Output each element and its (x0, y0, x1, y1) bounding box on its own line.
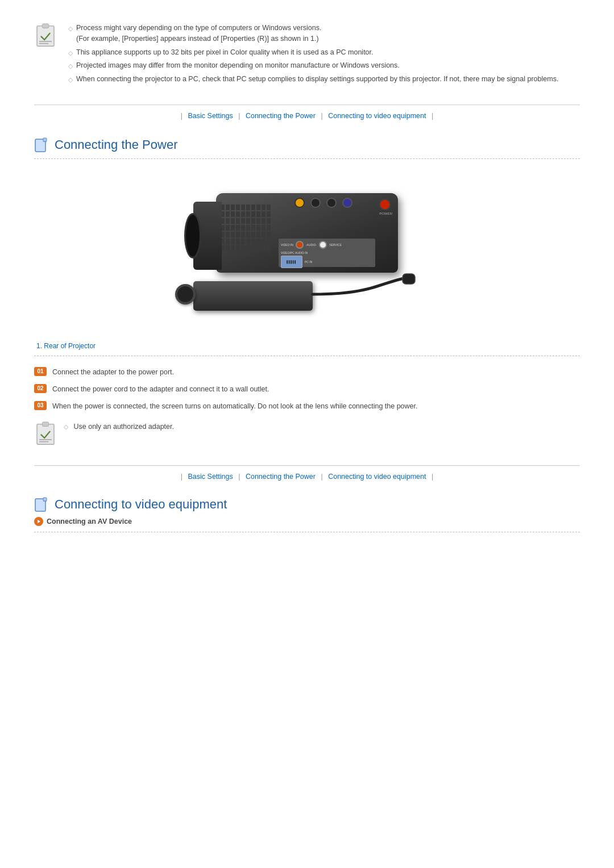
svg-marker-13 (38, 520, 40, 523)
step-text-1: Connect the adapter to the power port. (52, 366, 174, 378)
page-container: ◇ Process might vary depending on the ty… (0, 0, 614, 561)
note-item-3: ◇ When connecting the projector to a PC,… (68, 74, 580, 85)
step-item-3: 03 When the power is connected, the scre… (34, 400, 580, 412)
svg-rect-2 (39, 41, 52, 42)
nav-link-connecting-video-2[interactable]: Connecting to video equipment (328, 473, 426, 481)
adapter-plug (175, 284, 196, 304)
nav-link-connecting-power-2[interactable]: Connecting the Power (246, 473, 316, 481)
nav-link-basic-settings-1[interactable]: Basic Settings (188, 112, 233, 120)
section-video-icon (34, 496, 50, 512)
proj-body: for(let i=0;i<70;i++) document.write('<d… (216, 193, 398, 273)
step-item-2: 02 Connect the power cord to the adapter… (34, 383, 580, 395)
projector-image-area: for(let i=0;i<70;i++) document.write('<d… (34, 165, 580, 335)
svg-rect-5 (43, 138, 47, 141)
divider-3 (34, 532, 580, 532)
top-note-section: ◇ Process might vary depending on the ty… (34, 23, 580, 87)
projector-drawing: for(let i=0;i<70;i++) document.write('<d… (159, 182, 455, 318)
note-sm-icon (34, 421, 59, 448)
steps-section: 01 Connect the adapter to the power port… (34, 366, 580, 412)
svg-rect-9 (39, 439, 52, 440)
step-badge-3: 03 (34, 401, 47, 410)
nav-bar-1: | Basic Settings | Connecting the Power … (34, 105, 580, 127)
note-item-1: ◇ This appliance supports up to 32 bits … (68, 47, 580, 58)
section-video-header: Connecting to video equipment (34, 496, 580, 512)
av-device-circle-icon (34, 517, 43, 526)
nav-link-connecting-power-1[interactable]: Connecting the Power (246, 112, 316, 120)
step-badge-2: 02 (34, 384, 47, 393)
svg-rect-12 (43, 498, 47, 501)
proj-lens (184, 213, 201, 258)
section-power-title: Connecting the Power (55, 137, 177, 152)
nav-link-connecting-video-1[interactable]: Connecting to video equipment (328, 112, 426, 120)
note-text-block: ◇ Process might vary depending on the ty… (68, 23, 580, 87)
step-badge-1: 01 (34, 367, 47, 376)
note-sm-text: ◇ Use only an authorized adapter. (64, 421, 174, 432)
note-authorized-adapter: ◇ Use only an authorized adapter. (34, 421, 580, 448)
divider-2 (34, 356, 580, 356)
svg-rect-1 (42, 24, 48, 28)
av-device-label: Connecting an AV Device (47, 518, 132, 525)
section-power-header: Connecting the Power (34, 137, 580, 153)
nav-bar-2: | Basic Settings | Connecting the Power … (34, 465, 580, 487)
note-item-2: ◇ Projected images may differ from the m… (68, 60, 580, 71)
step-text-3: When the power is connected, the screen … (52, 400, 418, 412)
svg-rect-6 (403, 274, 415, 284)
section-video-title: Connecting to video equipment (55, 497, 227, 512)
callout-label: 1. Rear of Projector (34, 342, 580, 350)
nav-link-basic-settings-2[interactable]: Basic Settings (188, 473, 233, 481)
step-item-1: 01 Connect the adapter to the power port… (34, 366, 580, 378)
adapter-box (193, 281, 313, 311)
note-icon (34, 23, 63, 50)
svg-rect-8 (42, 422, 48, 427)
subsection-av-device: Connecting an AV Device (34, 517, 580, 526)
step-text-2: Connect the power cord to the adapter an… (52, 383, 269, 395)
svg-rect-10 (39, 441, 49, 442)
note-item-0: ◇ Process might vary depending on the ty… (68, 23, 580, 44)
section-power-icon (34, 137, 50, 153)
svg-rect-3 (39, 43, 49, 44)
divider-1 (34, 158, 580, 159)
